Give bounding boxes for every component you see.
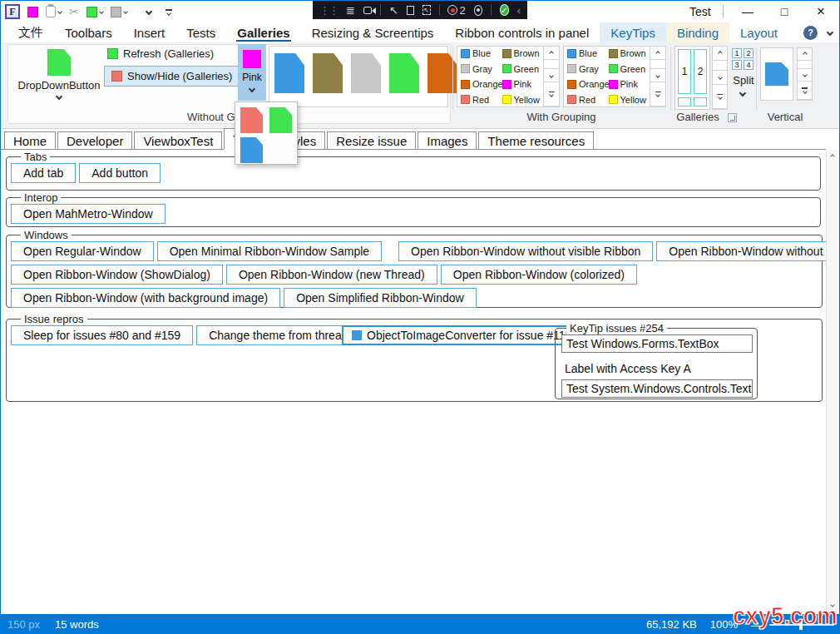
paste-button[interactable] [46,6,62,17]
ribbon-tab[interactable]: Layout [729,22,788,42]
tabs-group-button[interactable]: Add button [79,163,161,183]
gallery-page-item[interactable] [313,53,343,93]
gallery-scroll-down-button[interactable] [544,69,559,82]
ribbon-tab[interactable]: Insert [123,22,176,42]
color-gallery-item[interactable]: Green [502,64,544,74]
video-camera-icon[interactable] [363,7,372,14]
split-button-label[interactable]: Split [724,74,763,87]
tabs-group-button[interactable]: Add tab [11,163,76,183]
gallery-scroll-down-button[interactable] [650,69,665,82]
chevron-down-icon[interactable] [739,90,746,97]
confirm-check-icon[interactable]: ✓ [500,4,509,16]
content-tab[interactable]: Theme resources [478,131,594,149]
color-gallery-item[interactable]: Yellow [609,95,650,105]
ribbon-tab[interactable]: 文件 [7,22,54,42]
color-gallery-item[interactable]: Red [567,95,609,105]
gray-color-button[interactable] [111,7,127,17]
open-window-button[interactable]: Open Ribbon-Window (colorized) [441,265,637,285]
accessibility-icon[interactable] [474,5,482,16]
region-select-icon[interactable]: ↖ [422,5,431,15]
scroll-up-icon[interactable] [830,154,835,159]
color-gallery-item[interactable]: Gray [461,64,502,74]
content-tab[interactable]: ViewboxTest [134,131,222,149]
open-mahmetro-window-button[interactable]: Open MahMetro-Window [11,204,166,224]
popup-blue-page-item[interactable] [240,137,263,163]
color-gallery-item[interactable]: Pink [502,79,544,89]
gallery-scroll-up-button[interactable] [798,48,812,61]
gallery-page-item[interactable] [351,53,381,93]
qat-overflow-button[interactable] [166,9,172,15]
ribbon-tab[interactable]: Ribbon controls in panel [444,22,600,42]
gallery-scroll-up-button[interactable] [544,47,559,60]
open-window-button[interactable]: Open Ribbon-Window (ShowDialog) [11,265,223,285]
collapse-left-icon[interactable]: ‹ [517,4,521,17]
color-gallery-item[interactable]: Blue [567,48,609,58]
open-window-button[interactable]: Open Regular-Window [11,241,154,261]
open-window-button[interactable]: Open Ribbon-Window without Ribbon [656,241,840,261]
ribbon-tab[interactable]: Resizing & Screentips [301,22,445,42]
color-gallery-item[interactable]: Brown [609,48,650,58]
winforms-textbox[interactable]: Test Windows.Forms.TextBox [561,334,753,353]
open-window-button[interactable]: Open Ribbon-Window (with background imag… [11,288,280,308]
popup-green-page-item[interactable] [269,107,292,133]
open-window-button[interactable]: Open Ribbon-Window (new Thread) [226,265,437,285]
wpf-textbox[interactable]: Test System.Windows.Controls.TextBox [561,379,753,398]
window-frame-icon[interactable] [407,6,414,15]
open-window-button[interactable]: Open Minimal Ribbon-Window Sample [157,241,382,261]
dropdown-chevron-icon[interactable] [145,8,151,15]
capture-settings-icon[interactable]: ≣ [346,4,355,17]
ribbon-tab[interactable]: Binding [666,22,729,42]
ribbon-tab[interactable]: Toolbars [54,22,123,42]
vertical-scrollbar[interactable] [826,150,840,614]
gallery-cell[interactable]: 1 [678,49,691,94]
cut-scissors-icon[interactable]: ✂ [69,5,79,18]
color-gallery-item[interactable]: Pink [609,79,650,89]
dialog-launcher-icon[interactable] [728,113,737,122]
mini-grid-cell[interactable]: 2 [744,48,754,58]
open-window-button[interactable]: Open Simplified Ribbon-Window [284,288,477,308]
gallery-expand-button[interactable] [713,85,727,109]
ribbon-tab[interactable]: Galleries [226,22,300,42]
dropdownbutton-large-button[interactable]: DropDownButton [12,47,106,101]
popup-red-page-item[interactable] [240,107,263,133]
cursor-select-icon[interactable]: ↖ [389,4,398,17]
magenta-swatch-icon[interactable] [27,7,38,17]
mini-grid-cell[interactable]: 4 [744,60,754,70]
color-gallery-item[interactable]: Brown [502,48,544,58]
content-tab[interactable]: Images [418,131,477,149]
open-window-button[interactable]: Open Ribbon-Window without visible Ribbo… [398,241,653,261]
drag-grip-icon[interactable]: ⋮⋮ [319,4,338,17]
content-tab[interactable]: Home [4,131,56,149]
green-color-button[interactable] [86,7,103,17]
color-gallery-item[interactable]: Blue [461,48,502,58]
content-tab[interactable]: Developer [57,131,132,149]
maximize-button[interactable]: □ [766,1,803,22]
ribbon-tab[interactable]: Tests [175,22,226,42]
refresh-galleries-button[interactable]: Refresh (Galleries) [107,47,214,60]
gallery-expand-button[interactable] [544,82,559,106]
gallery-scroll-down-button[interactable] [798,69,812,82]
word-count-status[interactable]: 15 words [55,618,99,631]
issue-repro-button[interactable]: Change theme from thread [196,325,360,345]
color-gallery-item[interactable]: Yellow [502,95,544,105]
ribbon-tab[interactable]: KeyTips [600,22,666,42]
color-gallery-item[interactable]: Green [609,64,650,74]
help-icon[interactable]: ? [803,26,818,40]
pink-dropdown-button[interactable]: Pink [238,44,266,101]
app-logo-icon[interactable]: F [5,4,20,19]
collapse-ribbon-chevron-icon[interactable] [827,29,833,36]
color-gallery-item[interactable]: Gray [567,64,609,74]
minimize-button[interactable]: — [729,1,766,22]
issue-repro-button[interactable]: Sleep for issues #80 and #159 [11,325,193,345]
gallery-expand-button[interactable] [798,82,812,100]
content-tab[interactable]: Resize issue [327,131,416,149]
gallery-page-item[interactable] [274,53,304,93]
color-gallery-item[interactable]: Orange [461,79,502,89]
gallery-scroll-up-button[interactable] [650,47,665,60]
record-indicator[interactable]: 2 [447,4,465,17]
mini-grid-cell[interactable]: 1 [732,48,742,58]
showhide-galleries-button[interactable]: Show/Hide (Galleries) [104,66,240,87]
objecttoimageconverter-button[interactable]: ObjectToImageConverter for issue #1152 [342,325,588,345]
gallery-scroll-up-button[interactable] [713,47,727,61]
color-gallery-item[interactable]: Orange [567,79,609,89]
